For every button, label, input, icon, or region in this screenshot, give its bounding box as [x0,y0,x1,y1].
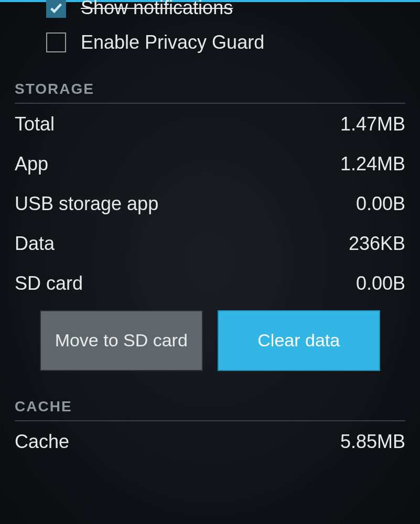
storage-usb-label: USB storage app [15,193,158,215]
show-notifications-row[interactable]: Show notifications [15,0,405,22]
storage-app-row: App 1.24MB [15,144,405,183]
checkbox-empty-icon[interactable] [46,32,66,52]
storage-total-value: 1.47MB [340,113,405,135]
storage-total-row: Total 1.47MB [15,104,405,144]
storage-sd-row: SD card 0.00B [15,263,405,303]
cache-header: CACHE [15,398,405,421]
enable-privacy-guard-row[interactable]: Enable Privacy Guard [15,22,405,63]
storage-data-label: Data [15,233,55,255]
move-to-sd-button[interactable]: Move to SD card [40,310,203,371]
storage-total-label: Total [15,113,55,135]
storage-sd-label: SD card [15,272,83,294]
checkbox-checked-icon[interactable] [46,0,66,18]
storage-data-row: Data 236KB [15,223,405,263]
storage-data-value: 236KB [349,233,405,255]
storage-usb-row: USB storage app 0.00B [15,183,405,223]
clear-data-button[interactable]: Clear data [218,310,381,371]
cache-label: Cache [15,431,69,453]
privacy-guard-label: Enable Privacy Guard [81,31,264,53]
cache-value: 5.85MB [340,431,405,453]
storage-app-label: App [15,153,48,175]
storage-buttons: Move to SD card Clear data [15,306,405,375]
cache-row: Cache 5.85MB [15,421,405,461]
storage-header: STORAGE [15,81,405,104]
storage-usb-value: 0.00B [356,193,405,215]
show-notifications-label: Show notifications [81,0,233,19]
storage-sd-value: 0.00B [356,272,405,294]
storage-app-value: 1.24MB [340,153,405,175]
app-info-screen: Show notifications Enable Privacy Guard … [0,0,420,461]
